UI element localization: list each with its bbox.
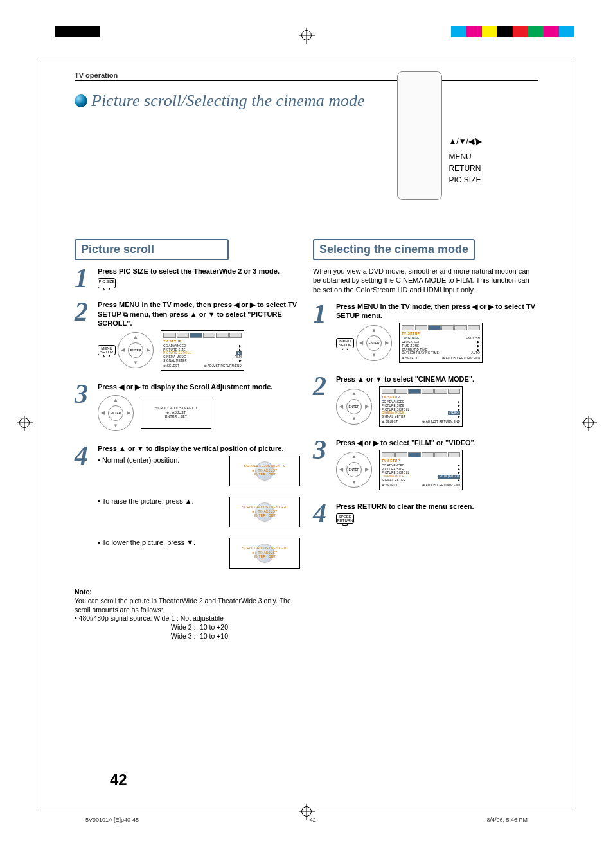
scroll-sub-row: • Normal (center) position.SCROLL ADJUST… — [98, 453, 300, 489]
menu-setup-button-icon: MENU SETUP — [336, 338, 354, 348]
dpad-icon: ▲▼◀▶ — [98, 395, 134, 431]
osd-scroll-adjustment: SCROLL ADJUSTMENT +20⊕ : TO ADJUSTENTER … — [229, 497, 300, 527]
remote-arrows-label: ▲/▼/◀/▶ — [449, 136, 482, 147]
remote-callouts: ▲/▼/◀/▶ MENU RETURN PIC SIZE — [449, 136, 482, 186]
left-step-3: 3 Press ◀ or ▶ to display the Scroll Adj… — [75, 382, 300, 435]
color-bars — [451, 26, 574, 37]
left-column: Picture scroll 1 Press PIC SIZE to selec… — [75, 239, 300, 641]
sub-text: • To raise the picture, press ▲. — [98, 494, 223, 506]
menu-setup-button-icon: MENU SETUP — [98, 345, 116, 355]
note-body3: Wide 2 : -10 to +20 — [171, 623, 300, 632]
remote-menu-label: MENU — [449, 151, 482, 163]
step-text: Press RETURN to clear the menu screen. — [336, 502, 474, 510]
page-title: Picture scroll/Selecting the cinema mode — [91, 91, 365, 111]
content-area: TV operation Picture scroll/Selecting th… — [75, 71, 538, 797]
remote-picsize-label: PIC SIZE — [449, 174, 482, 186]
registration-mark-left-icon — [19, 418, 30, 428]
step-number: 4 — [313, 502, 331, 526]
step-number: 3 — [75, 382, 93, 435]
footer-center: 42 — [310, 817, 316, 823]
sphere-icon — [75, 94, 87, 107]
right-step-2: 2 Press ▲ or ▼ to select "CINEMA MODE". … — [313, 375, 538, 429]
scroll-line3: ENTER : SET — [141, 414, 211, 419]
right-step-1: 1 Press MENU in the TV mode, then press … — [313, 302, 538, 366]
step-number: 1 — [313, 302, 331, 366]
osd-tv-setup-cinema-film: TV SETUPCC ADVANCED▶PICTURE SIZE▶PICTURE… — [379, 450, 463, 490]
color-swatch — [466, 26, 482, 37]
step-text: Press ◀ or ▶ to display the Scroll Adjus… — [98, 383, 272, 391]
osd-scroll-adjustment: SCROLL ADJUSTMENT 0 ⊕ : ADJUST ENTER : S… — [141, 398, 211, 429]
registration-mark-icon — [301, 30, 312, 40]
step-text: Press ◀ or ▶ to select "FILM" or "VIDEO"… — [336, 439, 476, 447]
speed-return-button-icon: SPEED RETURN — [336, 513, 354, 524]
step-text: Press ▲ or ▼ to select "CINEMA MODE". — [336, 375, 474, 383]
step-number: 2 — [313, 375, 331, 429]
sub-text: • To lower the picture, press ▼. — [98, 535, 223, 547]
registration-mark-bottom-icon — [301, 806, 312, 817]
scroll-sub-row: • To lower the picture, press ▼.SCROLL A… — [98, 535, 300, 571]
color-swatch — [559, 26, 574, 37]
osd-tv-setup-cinema-video: TV SETUPCC ADVANCED▶PICTURE SIZE▶PICTURE… — [379, 386, 463, 427]
left-heading: Picture scroll — [75, 239, 229, 260]
color-swatch — [528, 26, 544, 37]
step-number: 3 — [313, 438, 331, 493]
step-text: Press PIC SIZE to select the TheaterWide… — [98, 267, 280, 275]
footer-info: 5V90101A [E]p40-45 42 8/4/06, 5:46 PM — [0, 817, 613, 823]
page-border: TV operation Picture scroll/Selecting th… — [39, 58, 574, 810]
dpad-icon: ▲▼◀▶ — [336, 389, 372, 425]
color-swatch — [497, 26, 513, 37]
left-step-1: 1 Press PIC SIZE to select the TheaterWi… — [75, 267, 300, 291]
step-number: 4 — [75, 444, 93, 576]
registration-mark-right-icon — [583, 418, 594, 428]
right-step-4: 4 Press RETURN to clear the menu screen.… — [313, 502, 538, 526]
right-step-3: 3 Press ◀ or ▶ to select "FILM" or "VIDE… — [313, 438, 538, 493]
color-swatch — [482, 26, 497, 37]
note-body4: Wide 3 : -10 to +10 — [171, 632, 300, 641]
osd-scroll-adjustment: SCROLL ADJUSTMENT 0⊕ : TO ADJUSTENTER : … — [229, 456, 300, 486]
note-body1: You can scroll the picture in TheaterWid… — [75, 597, 291, 614]
remote-diagram: ▲/▼/◀/▶ MENU RETURN PIC SIZE — [397, 71, 526, 200]
osd-tv-setup-language: TV SETUPLANGUAGEENGLISHCLOCK SET▶TIME ZO… — [399, 323, 483, 363]
left-step-2: 2 Press MENU in the TV mode, then press … — [75, 300, 300, 373]
pic-size-button-icon: PIC SIZE — [98, 278, 116, 288]
scroll-sub-row: • To raise the picture, press ▲.SCROLL A… — [98, 494, 300, 530]
footer-left: 5V90101A [E]p40-45 — [85, 817, 139, 823]
right-heading: Selecting the cinema mode — [313, 239, 475, 260]
step-text: Press MENU in the TV mode, then press ◀ … — [336, 303, 535, 319]
dpad-icon: ▲▼◀▶ — [336, 452, 372, 488]
footer-right: 8/4/06, 5:46 PM — [487, 817, 528, 823]
dpad-icon: ▲▼◀▶ — [356, 325, 392, 361]
dpad-icon: ▲▼◀▶ — [118, 332, 154, 368]
step-number: 1 — [75, 267, 93, 291]
right-intro: When you view a DVD movie, smoother and … — [313, 267, 538, 294]
note-block: Note: You can scroll the picture in Thea… — [75, 588, 300, 641]
remote-return-label: RETURN — [449, 163, 482, 174]
page-number: 42 — [110, 771, 127, 789]
note-label: Note: — [75, 588, 92, 596]
color-swatch — [451, 26, 466, 37]
step-text: Press ▲ or ▼ to display the vertical pos… — [98, 445, 284, 452]
color-swatch — [513, 26, 528, 37]
note-body2: • 480i/480p signal source: Wide 1 : Not … — [75, 614, 224, 622]
osd-tv-setup-picture-scroll: TV SETUPCC ADVANCED▶PICTURE SIZE▶PICTURE… — [161, 330, 244, 371]
remote-outline-icon — [397, 71, 442, 200]
left-step-4: 4 Press ▲ or ▼ to display the vertical p… — [75, 444, 300, 576]
osd-scroll-adjustment: SCROLL ADJUSTMENT –10⊕ : TO ADJUSTENTER … — [229, 538, 300, 569]
color-swatch — [544, 26, 559, 37]
sub-text: • Normal (center) position. — [98, 453, 223, 465]
right-column: Selecting the cinema mode When you view … — [313, 239, 538, 641]
step-number: 2 — [75, 300, 93, 373]
